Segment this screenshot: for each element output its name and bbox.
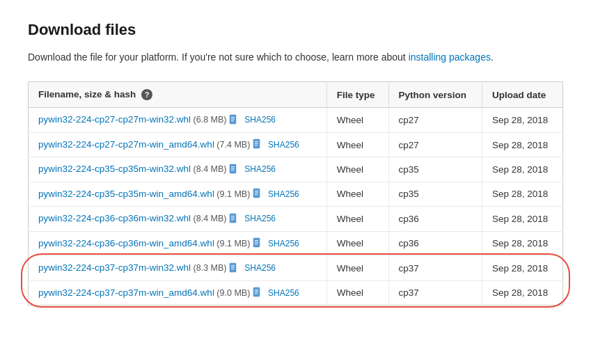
- filetype-cell: Wheel: [326, 231, 388, 255]
- file-download-link[interactable]: pywin32-224-cp27-cp27m-win_amd64.whl: [38, 139, 214, 150]
- filename-cell: pywin32-224-cp37-cp37m-win_amd64.whl (9.…: [29, 280, 327, 305]
- filename-cell: pywin32-224-cp36-cp36m-win_amd64.whl (9.…: [29, 231, 327, 255]
- svg-rect-9: [231, 166, 235, 167]
- file-download-link[interactable]: pywin32-224-cp35-cp35m-win_amd64.whl: [38, 189, 214, 199]
- file-size: (8.4 MB): [191, 214, 226, 223]
- document-icon: [229, 114, 239, 125]
- svg-rect-17: [231, 216, 235, 216]
- svg-rect-13: [255, 191, 258, 191]
- sha256-link[interactable]: SHA256: [244, 214, 276, 223]
- table-row: pywin32-224-cp37-cp37m-win_amd64.whl (9.…: [29, 280, 563, 305]
- intro-text: Download the file for your platform. If …: [28, 50, 563, 65]
- files-table: Filename, size & hash ? File type Python…: [28, 81, 563, 306]
- sha256-link[interactable]: SHA256: [244, 115, 276, 125]
- upload-date-cell: Sep 28, 2018: [482, 157, 562, 182]
- col-header-uploaddate: Upload date: [482, 82, 562, 108]
- svg-rect-3: [231, 120, 234, 121]
- svg-rect-21: [255, 240, 258, 241]
- svg-rect-2: [231, 118, 235, 119]
- python-version-cell: cp37: [388, 256, 482, 280]
- svg-rect-18: [231, 217, 235, 218]
- file-size: (6.8 MB): [191, 115, 226, 125]
- svg-rect-23: [255, 244, 258, 244]
- filetype-cell: Wheel: [326, 256, 388, 280]
- svg-rect-22: [255, 242, 258, 243]
- svg-rect-5: [255, 141, 258, 142]
- sha256-link[interactable]: SHA256: [268, 140, 299, 150]
- file-size: (8.3 MB): [191, 263, 226, 273]
- svg-rect-7: [255, 145, 258, 145]
- sha256-link[interactable]: SHA256: [268, 288, 299, 298]
- document-icon: [253, 188, 262, 199]
- document-icon: [253, 139, 262, 150]
- table-row: pywin32-224-cp36-cp36m-win32.whl (8.4 MB…: [29, 207, 563, 231]
- files-table-wrapper: Filename, size & hash ? File type Python…: [28, 81, 563, 306]
- filename-cell: pywin32-224-cp36-cp36m-win32.whl (8.4 MB…: [29, 207, 327, 231]
- svg-rect-14: [255, 193, 258, 193]
- upload-date-cell: Sep 28, 2018: [482, 280, 562, 305]
- sha256-link[interactable]: SHA256: [268, 239, 299, 248]
- python-version-cell: cp35: [388, 182, 482, 206]
- sha256-link[interactable]: SHA256: [244, 263, 276, 273]
- file-size: (7.4 MB): [214, 140, 250, 150]
- svg-rect-1: [231, 117, 235, 118]
- python-version-cell: cp36: [388, 231, 482, 255]
- col-header-filename: Filename, size & hash ?: [29, 82, 327, 108]
- svg-rect-15: [255, 194, 258, 195]
- file-size: (8.4 MB): [191, 164, 226, 174]
- help-icon[interactable]: ?: [141, 89, 152, 100]
- file-size: (9.1 MB): [214, 189, 250, 199]
- upload-date-cell: Sep 28, 2018: [482, 132, 562, 157]
- svg-rect-11: [231, 170, 234, 171]
- file-size: (9.0 MB): [214, 288, 250, 298]
- filetype-cell: Wheel: [326, 182, 388, 206]
- file-download-link[interactable]: pywin32-224-cp35-cp35m-win32.whl: [38, 164, 191, 174]
- filetype-cell: Wheel: [326, 280, 388, 305]
- page-title: Download files: [28, 21, 563, 39]
- file-download-link[interactable]: pywin32-224-cp37-cp37m-win32.whl: [38, 262, 191, 273]
- file-download-link[interactable]: pywin32-224-cp36-cp36m-win32.whl: [38, 213, 191, 223]
- upload-date-cell: Sep 28, 2018: [482, 207, 562, 231]
- upload-date-cell: Sep 28, 2018: [482, 231, 562, 255]
- filetype-cell: Wheel: [326, 108, 388, 132]
- filename-cell: pywin32-224-cp27-cp27m-win32.whl (6.8 MB…: [29, 108, 327, 132]
- upload-date-cell: Sep 28, 2018: [482, 256, 562, 280]
- filetype-cell: Wheel: [326, 207, 388, 231]
- svg-rect-26: [231, 267, 235, 267]
- col-header-pythonversion: Python version: [388, 82, 482, 108]
- filename-cell: pywin32-224-cp27-cp27m-win_amd64.whl (7.…: [29, 132, 327, 157]
- table-row: pywin32-224-cp27-cp27m-win_amd64.whl (7.…: [29, 132, 563, 157]
- upload-date-cell: Sep 28, 2018: [482, 182, 562, 206]
- file-download-link[interactable]: pywin32-224-cp27-cp27m-win32.whl: [38, 114, 191, 125]
- filename-cell: pywin32-224-cp35-cp35m-win_amd64.whl (9.…: [29, 182, 327, 206]
- python-version-cell: cp37: [388, 280, 482, 305]
- table-row: pywin32-224-cp35-cp35m-win_amd64.whl (9.…: [29, 182, 563, 206]
- installing-packages-link[interactable]: installing packages: [409, 52, 491, 63]
- svg-rect-25: [231, 265, 235, 266]
- svg-rect-19: [231, 219, 234, 220]
- sha256-link[interactable]: SHA256: [244, 164, 276, 174]
- filetype-cell: Wheel: [326, 157, 388, 182]
- svg-rect-27: [231, 269, 234, 269]
- svg-rect-30: [255, 291, 258, 292]
- document-icon: [229, 213, 239, 224]
- file-download-link[interactable]: pywin32-224-cp37-cp37m-win_amd64.whl: [38, 287, 214, 298]
- file-size: (9.1 MB): [214, 239, 250, 248]
- python-version-cell: cp36: [388, 207, 482, 231]
- table-row: pywin32-224-cp27-cp27m-win32.whl (6.8 MB…: [29, 108, 563, 132]
- filetype-cell: Wheel: [326, 132, 388, 157]
- upload-date-cell: Sep 28, 2018: [482, 108, 562, 132]
- svg-rect-29: [255, 290, 258, 290]
- filename-cell: pywin32-224-cp35-cp35m-win32.whl (8.4 MB…: [29, 157, 327, 182]
- col-header-filetype: File type: [326, 82, 388, 108]
- table-row: pywin32-224-cp35-cp35m-win32.whl (8.4 MB…: [29, 157, 563, 182]
- document-icon: [229, 164, 239, 175]
- sha256-link[interactable]: SHA256: [268, 189, 299, 199]
- file-download-link[interactable]: pywin32-224-cp36-cp36m-win_amd64.whl: [38, 238, 214, 248]
- svg-rect-31: [255, 293, 258, 294]
- document-icon: [229, 262, 239, 274]
- svg-rect-10: [231, 168, 235, 168]
- document-icon: [253, 287, 262, 298]
- document-icon: [253, 237, 262, 248]
- table-row: pywin32-224-cp37-cp37m-win32.whl (8.3 MB…: [29, 256, 563, 280]
